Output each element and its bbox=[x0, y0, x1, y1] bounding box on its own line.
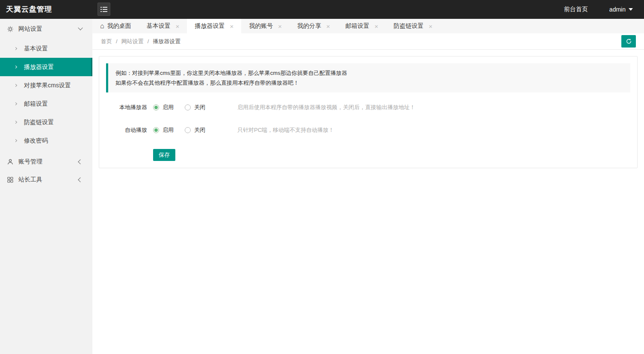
radio-circle bbox=[185, 104, 191, 110]
field-label-autoplay: 自动播放 bbox=[106, 126, 147, 134]
tab-mail-settings[interactable]: 邮箱设置 × bbox=[338, 19, 386, 33]
front-home-link[interactable]: 前台首页 bbox=[564, 6, 588, 13]
sidebar-item-label: 基本设置 bbox=[24, 45, 48, 53]
sidebar-item-label: 防盗链设置 bbox=[24, 119, 54, 126]
radio-label: 关闭 bbox=[194, 126, 205, 134]
radio-circle bbox=[153, 104, 159, 110]
chevron-right-icon bbox=[14, 121, 17, 124]
topbar: 天翼云盘管理 前台首页 admin bbox=[0, 0, 644, 19]
breadcrumb-current: 播放器设置 bbox=[153, 38, 180, 45]
user-icon bbox=[7, 158, 14, 165]
tab-my-account[interactable]: 我的账号 × bbox=[241, 19, 290, 33]
field-label-local-player: 本地播放器 bbox=[106, 104, 147, 111]
close-icon[interactable]: × bbox=[176, 23, 180, 30]
radio-label: 启用 bbox=[162, 126, 174, 134]
tab-label: 播放器设置 bbox=[195, 22, 225, 30]
sidebar-item-player-settings[interactable]: 播放器设置 bbox=[0, 58, 92, 76]
sidebar-item-label: 播放器设置 bbox=[24, 63, 54, 71]
breadcrumb-separator: / bbox=[148, 38, 149, 45]
home-icon: ⌂ bbox=[100, 23, 104, 30]
tab-basic-settings[interactable]: 基本设置 × bbox=[139, 19, 187, 33]
chevron-right-icon bbox=[14, 84, 17, 87]
notice-line-2: 如果你不会在其他程序中配置播放器，那么直接用本程序自带的播放器吧！ bbox=[115, 78, 623, 88]
sidebar: 网站设置 基本设置 播放器设置 对接苹果cms设置 邮箱设置 防盗链设置 修改密… bbox=[0, 19, 92, 354]
sidebar-item-mail-settings[interactable]: 邮箱设置 bbox=[0, 95, 92, 113]
radio-circle bbox=[185, 127, 191, 133]
chevron-right-icon bbox=[14, 47, 17, 50]
close-icon[interactable]: × bbox=[230, 23, 233, 30]
notice-line-1: 例如：对接到苹果cms里面，你这里关闭本地播放器，那么苹果cms那边你就要自己配… bbox=[115, 68, 623, 78]
radio-circle bbox=[153, 127, 159, 133]
autoplay-hint: 只针对PC端，移动端不支持自动播放！ bbox=[237, 126, 334, 134]
local-player-hint: 启用后使用本程序自带的播放器播放视频，关闭后，直接输出播放地址！ bbox=[237, 104, 415, 111]
tab-my-desktop[interactable]: ⌂ 我的桌面 bbox=[92, 19, 139, 33]
sidebar-group-account[interactable]: 账号管理 bbox=[0, 152, 92, 171]
breadcrumb-website-settings[interactable]: 网站设置 bbox=[121, 38, 144, 45]
tab-label: 防盗链设置 bbox=[394, 22, 424, 30]
tab-my-share[interactable]: 我的分享 × bbox=[290, 19, 338, 33]
sidebar-group-website-settings[interactable]: 网站设置 bbox=[0, 19, 92, 39]
tab-label: 邮箱设置 bbox=[346, 22, 369, 30]
chevron-left-icon bbox=[78, 177, 83, 182]
tab-hotlink-settings[interactable]: 防盗链设置 × bbox=[386, 19, 440, 33]
radio-label: 关闭 bbox=[194, 104, 205, 111]
chevron-down-icon bbox=[78, 25, 83, 30]
sidebar-item-label: 对接苹果cms设置 bbox=[24, 82, 71, 89]
chevron-right-icon bbox=[14, 65, 17, 68]
form-row-local-player: 本地播放器 启用 关闭 启用后使用本程序自带的播放器播放视频，关闭后，直接输出播… bbox=[106, 104, 630, 111]
save-button[interactable]: 保存 bbox=[153, 149, 175, 161]
refresh-button[interactable] bbox=[621, 35, 636, 48]
gear-icon bbox=[7, 26, 14, 33]
tab-label: 我的分享 bbox=[297, 22, 321, 30]
chevron-right-icon bbox=[14, 102, 17, 105]
local-player-disable-radio[interactable]: 关闭 bbox=[185, 104, 205, 111]
autoplay-enable-radio[interactable]: 启用 bbox=[153, 126, 174, 134]
close-icon[interactable]: × bbox=[429, 23, 433, 30]
tab-label: 基本设置 bbox=[147, 22, 171, 30]
local-player-enable-radio[interactable]: 启用 bbox=[153, 104, 174, 111]
sidebar-group-label: 站长工具 bbox=[18, 176, 42, 184]
sidebar-group-webmaster-tools[interactable]: 站长工具 bbox=[0, 171, 92, 188]
close-icon[interactable]: × bbox=[278, 23, 282, 30]
tab-label: 我的账号 bbox=[249, 22, 273, 30]
username: admin bbox=[609, 6, 626, 13]
breadcrumb: 首页 / 网站设置 / 播放器设置 bbox=[92, 33, 644, 50]
tab-bar: ⌂ 我的桌面 基本设置 × 播放器设置 × 我的账号 × 我的分享 × 邮箱设置… bbox=[92, 19, 644, 33]
chevron-right-icon bbox=[14, 139, 17, 142]
sidebar-item-basic-settings[interactable]: 基本设置 bbox=[0, 39, 92, 58]
refresh-icon bbox=[626, 38, 632, 45]
sidebar-item-label: 修改密码 bbox=[24, 137, 48, 145]
app-title: 天翼云盘管理 bbox=[6, 0, 52, 19]
topbar-right: 前台首页 admin bbox=[564, 0, 633, 19]
hamburger-icon bbox=[100, 7, 107, 8]
sidebar-group-label: 账号管理 bbox=[18, 158, 42, 166]
sidebar-item-apple-cms-settings[interactable]: 对接苹果cms设置 bbox=[0, 76, 92, 95]
notice-box: 例如：对接到苹果cms里面，你这里关闭本地播放器，那么苹果cms那边你就要自己配… bbox=[106, 63, 630, 92]
tab-player-settings[interactable]: 播放器设置 × bbox=[187, 19, 241, 33]
player-settings-form: 本地播放器 启用 关闭 启用后使用本程序自带的播放器播放视频，关闭后，直接输出播… bbox=[106, 104, 630, 161]
breadcrumb-separator: / bbox=[116, 38, 118, 45]
settings-card: 例如：对接到苹果cms里面，你这里关闭本地播放器，那么苹果cms那边你就要自己配… bbox=[99, 56, 638, 168]
chevron-left-icon bbox=[78, 159, 83, 164]
menu-toggle-button[interactable] bbox=[97, 3, 110, 16]
user-menu[interactable]: admin bbox=[609, 6, 633, 13]
sidebar-item-change-password[interactable]: 修改密码 bbox=[0, 131, 92, 150]
autoplay-disable-radio[interactable]: 关闭 bbox=[185, 126, 205, 134]
caret-down-icon bbox=[629, 8, 633, 11]
form-row-autoplay: 自动播放 启用 关闭 只针对PC端，移动端不支持自动播放！ bbox=[106, 126, 630, 134]
tab-label: 我的桌面 bbox=[107, 22, 131, 30]
sidebar-item-label: 邮箱设置 bbox=[24, 100, 48, 108]
radio-label: 启用 bbox=[162, 104, 174, 111]
sidebar-item-hotlink-settings[interactable]: 防盗链设置 bbox=[0, 113, 92, 131]
close-icon[interactable]: × bbox=[326, 23, 330, 30]
close-icon[interactable]: × bbox=[375, 23, 378, 30]
grid-icon bbox=[7, 176, 14, 183]
breadcrumb-home[interactable]: 首页 bbox=[101, 38, 112, 45]
sidebar-group-label: 网站设置 bbox=[18, 25, 42, 33]
main-content: 例如：对接到苹果cms里面，你这里关闭本地播放器，那么苹果cms那边你就要自己配… bbox=[92, 50, 644, 354]
